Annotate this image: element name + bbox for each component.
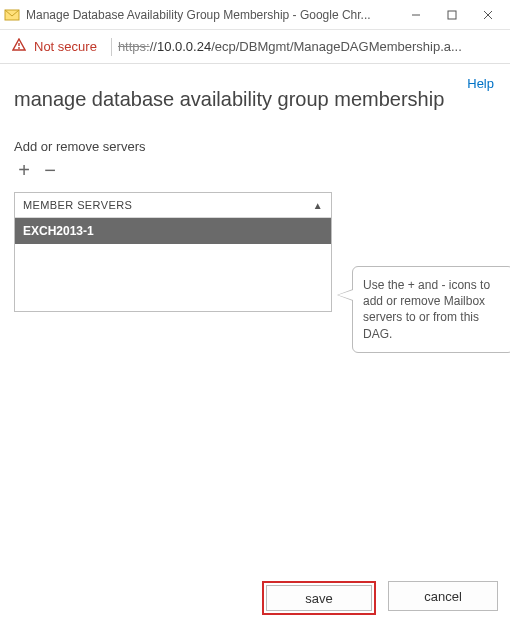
server-name: EXCH2013-1 bbox=[23, 224, 94, 238]
not-secure-icon bbox=[12, 38, 26, 55]
dialog-footer: save cancel bbox=[262, 581, 498, 615]
grid-header[interactable]: MEMBER SERVERS ▲ bbox=[15, 193, 331, 218]
section-label: Add or remove servers bbox=[14, 139, 496, 154]
save-button[interactable]: save bbox=[266, 585, 372, 611]
save-highlight: save bbox=[262, 581, 376, 615]
url-path: /ecp/DBMgmt/ManageDAGMembership.a... bbox=[211, 39, 462, 54]
address-bar: Not secure https://10.0.0.24/ecp/DBMgmt/… bbox=[0, 30, 510, 64]
svg-point-7 bbox=[18, 47, 20, 49]
maximize-button[interactable] bbox=[434, 3, 470, 27]
member-servers-grid: MEMBER SERVERS ▲ EXCH2013-1 bbox=[14, 192, 332, 312]
window-titlebar: Manage Database Availability Group Membe… bbox=[0, 0, 510, 30]
add-server-button[interactable]: + bbox=[14, 160, 34, 180]
cancel-button[interactable]: cancel bbox=[388, 581, 498, 611]
url-scheme: https: bbox=[118, 39, 150, 54]
window-title: Manage Database Availability Group Membe… bbox=[26, 8, 398, 22]
instruction-text: Use the + and - icons to add or remove M… bbox=[363, 278, 490, 341]
not-secure-label[interactable]: Not secure bbox=[34, 39, 97, 54]
grid-header-label: MEMBER SERVERS bbox=[23, 199, 132, 211]
page-content: Help manage database availability group … bbox=[0, 64, 510, 312]
close-button[interactable] bbox=[470, 3, 506, 27]
address-divider bbox=[111, 38, 112, 56]
sort-ascending-icon: ▲ bbox=[313, 200, 323, 211]
window-favicon bbox=[4, 7, 20, 23]
help-link[interactable]: Help bbox=[467, 76, 494, 91]
url-text[interactable]: https://10.0.0.24/ecp/DBMgmt/ManageDAGMe… bbox=[118, 39, 500, 54]
instruction-callout: Use the + and - icons to add or remove M… bbox=[352, 266, 510, 353]
svg-rect-2 bbox=[448, 11, 456, 19]
remove-server-button[interactable]: − bbox=[40, 160, 60, 180]
toolbar: + − bbox=[14, 160, 496, 180]
minimize-button[interactable] bbox=[398, 3, 434, 27]
table-row[interactable]: EXCH2013-1 bbox=[15, 218, 331, 244]
callout-pointer-icon bbox=[337, 289, 353, 301]
url-host: 10.0.0.24 bbox=[157, 39, 211, 54]
page-title: manage database availability group membe… bbox=[14, 88, 496, 111]
